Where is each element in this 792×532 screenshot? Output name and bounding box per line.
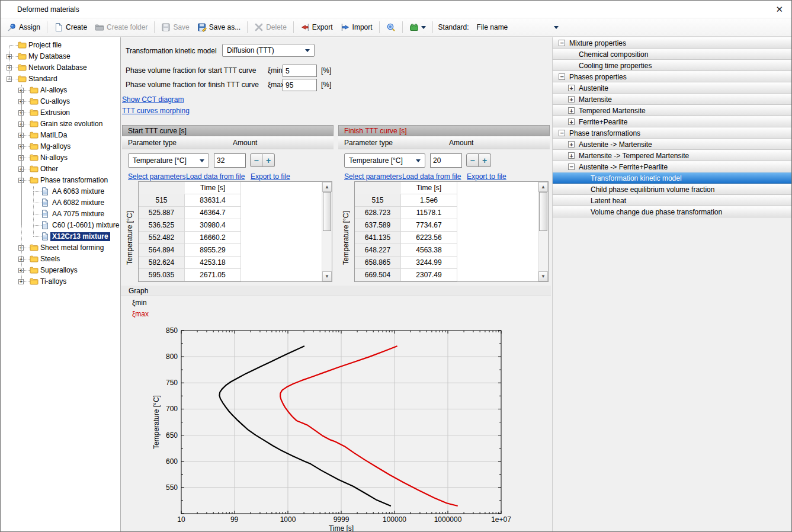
tree-row[interactable]: +Sheet metal forming xyxy=(1,242,120,254)
show-cct-diagram-link[interactable]: Show CCT diagram xyxy=(122,95,184,104)
temperature-cell[interactable]: 637.589 xyxy=(355,219,401,232)
tree-item-label[interactable]: AA 6063 mixture xyxy=(50,187,106,196)
scroll-up-button[interactable]: ▲ xyxy=(538,182,548,192)
tree-row[interactable]: AA 6063 mixture xyxy=(1,186,120,197)
property-row[interactable]: Chemical composition xyxy=(553,49,791,60)
property-row[interactable]: +Austenite xyxy=(553,82,791,94)
property-row[interactable]: −Phases properties xyxy=(553,71,791,82)
import-button[interactable]: Import xyxy=(337,21,376,34)
scroll-up-button[interactable]: ▲ xyxy=(322,182,332,192)
search-button[interactable] xyxy=(383,21,399,34)
temperature-cell[interactable]: 536.525 xyxy=(139,219,185,232)
tree-item-label[interactable]: Extrusion xyxy=(39,108,72,117)
tree-row[interactable]: +Mg-alloys xyxy=(1,141,120,152)
tree-item-label[interactable]: Ti-alloys xyxy=(39,277,68,286)
property-row[interactable]: −Phase transformations xyxy=(553,127,791,139)
standard-filename-dropdown[interactable]: File name xyxy=(473,21,562,33)
temperature-cell[interactable]: 669.504 xyxy=(355,269,401,281)
tree-item-label[interactable]: Sheet metal forming xyxy=(39,243,105,252)
export-file-link[interactable]: Export to file xyxy=(467,172,506,181)
property-row[interactable]: −Austenite -> Ferrite+Pearlite xyxy=(553,161,791,172)
tree-row[interactable]: +Extrusion xyxy=(1,107,120,118)
temperature-cell[interactable]: 552.482 xyxy=(139,232,185,244)
tree-row[interactable]: −Phase transformation xyxy=(1,175,120,186)
property-row[interactable]: Transformation kinetic model xyxy=(553,172,791,184)
time-cell[interactable]: 4253.18 xyxy=(185,257,241,269)
tree-item-label[interactable]: Phase transformation xyxy=(39,176,110,185)
tree-item-label[interactable]: X12Cr13 mixture xyxy=(50,232,110,241)
expand-expander-icon[interactable]: + xyxy=(568,118,575,125)
tree-row[interactable]: +Cu-alloys xyxy=(1,96,120,107)
tree-item-label[interactable]: AA 6082 mixture xyxy=(50,198,106,207)
time-cell[interactable]: 2671.05 xyxy=(185,269,241,281)
save-as-button[interactable]: Save as... xyxy=(194,21,244,34)
temperature-cell[interactable]: 515 xyxy=(355,194,401,207)
tree-item-label[interactable]: Standard xyxy=(27,75,59,84)
scrollbar-thumb[interactable] xyxy=(323,192,331,231)
increment-button[interactable]: + xyxy=(479,153,491,167)
time-cell[interactable]: 4563.38 xyxy=(401,244,457,257)
property-row[interactable]: Volume change due phase transformation xyxy=(553,206,791,217)
expand-expander-icon[interactable]: + xyxy=(568,141,575,148)
tree-row[interactable]: AA 6082 mixture xyxy=(1,197,120,209)
property-row[interactable]: +Martensite xyxy=(553,94,791,105)
tree-row[interactable]: +MatILDa xyxy=(1,130,120,141)
tree-item-label[interactable]: Al-alloys xyxy=(39,86,69,95)
tree-item-label[interactable]: Steels xyxy=(39,255,62,264)
time-cell[interactable]: 7734.67 xyxy=(401,219,457,232)
tree-row[interactable]: Project file xyxy=(1,40,120,51)
temperature-cell[interactable]: 628.723 xyxy=(355,207,401,219)
expand-expander-icon[interactable]: + xyxy=(568,96,575,102)
select-parameters-link[interactable]: Select parameters xyxy=(128,172,185,181)
tree-item-label[interactable]: Grain size evolution xyxy=(39,120,104,129)
tree-row[interactable]: +Network Database xyxy=(1,62,120,73)
temperature-cell[interactable]: 648.227 xyxy=(355,244,401,257)
tree-item-label[interactable]: My Database xyxy=(27,52,72,61)
increment-button[interactable]: + xyxy=(262,153,275,167)
fraction-finish-input[interactable] xyxy=(283,79,317,91)
temperature-cell[interactable]: 595.035 xyxy=(139,269,185,281)
collapse-expander-icon[interactable]: − xyxy=(559,40,565,46)
expand-expander-icon[interactable]: + xyxy=(568,107,575,114)
collapse-expander-icon[interactable]: − xyxy=(559,73,565,80)
time-cell[interactable]: 6223.56 xyxy=(401,232,457,244)
tree-item-label[interactable]: MatILDa xyxy=(39,131,69,140)
ttt-curves-morphing-link[interactable]: TTT curves morphing xyxy=(122,107,190,115)
tree-row[interactable]: AA 7075 mixture xyxy=(1,209,120,220)
parameter-type-select[interactable]: Temperature [°C] xyxy=(344,153,425,168)
tree-row[interactable]: +My Database xyxy=(1,51,120,62)
time-cell[interactable]: 8955.29 xyxy=(185,244,241,257)
time-cell[interactable]: 46364.7 xyxy=(185,207,241,219)
tree-row[interactable]: +Superalloys xyxy=(1,265,120,276)
tree-row[interactable]: +Ni-alloys xyxy=(1,152,120,164)
time-cell[interactable]: 30980.4 xyxy=(185,219,241,232)
tree-row[interactable]: +Grain size evolution xyxy=(1,118,120,130)
load-data-link[interactable]: Load data from file xyxy=(186,172,245,181)
tree-row[interactable]: +Steels xyxy=(1,254,120,265)
fraction-start-input[interactable] xyxy=(283,65,317,77)
amount-input[interactable] xyxy=(214,153,246,168)
temperature-cell[interactable]: 525.887 xyxy=(139,207,185,219)
decrement-button[interactable]: − xyxy=(250,153,262,167)
time-cell[interactable]: 2307.49 xyxy=(401,269,457,281)
tree-row[interactable]: −Standard xyxy=(1,73,120,85)
tree-item-label[interactable]: Superalloys xyxy=(39,266,79,275)
select-parameters-link[interactable]: Select parameters xyxy=(344,172,402,181)
tree-row[interactable]: C60 (1-0601) mixture xyxy=(1,220,120,231)
load-data-link[interactable]: Load data from file xyxy=(402,172,461,181)
temperature-cell[interactable]: 515 xyxy=(139,194,185,207)
tree-row[interactable]: +Ti-alloys xyxy=(1,276,120,287)
decrement-button[interactable]: − xyxy=(466,153,479,167)
create-button[interactable]: Create xyxy=(50,21,91,34)
expand-expander-icon[interactable]: + xyxy=(568,85,575,91)
time-cell[interactable]: 83631.4 xyxy=(185,194,241,207)
property-row[interactable]: Latent heat xyxy=(553,195,791,206)
amount-input[interactable] xyxy=(430,153,462,168)
property-row[interactable]: +Austenite -> Martensite xyxy=(553,139,791,150)
tree-item-label[interactable]: Cu-alloys xyxy=(39,97,72,106)
assign-button[interactable]: Assign xyxy=(4,21,44,34)
property-row[interactable]: +Martensite -> Tempered Martensite xyxy=(553,150,791,161)
close-icon[interactable]: ✕ xyxy=(775,5,783,14)
time-cell[interactable]: 1.5e6 xyxy=(401,194,457,207)
parameter-type-select[interactable]: Temperature [°C] xyxy=(128,153,209,168)
